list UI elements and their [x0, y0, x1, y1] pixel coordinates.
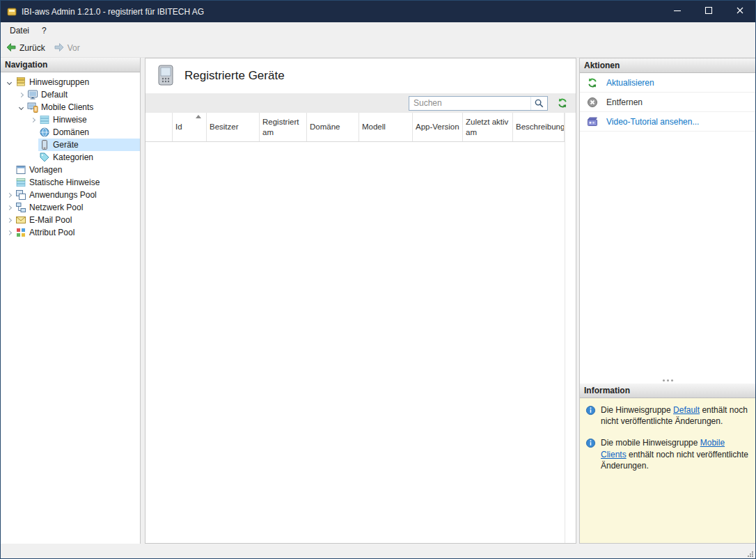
tree-item-statische-hinweise[interactable]: Statische Hinweise [1, 176, 140, 189]
window-controls [661, 1, 755, 22]
main-panel-header: Registrierte Geräte [145, 58, 576, 93]
refresh-icon [587, 77, 598, 88]
tree-item-label: Attribut Pool [29, 228, 74, 237]
tree-item-label: Anwendungs Pool [29, 190, 97, 200]
column-header-label: Id [175, 122, 182, 132]
tree-item-default[interactable]: Default [1, 88, 140, 101]
back-button-label: Zurück [19, 43, 45, 53]
mobile-device-icon [158, 65, 173, 88]
action-aktualisieren[interactable]: Aktualisieren [580, 73, 755, 93]
column-header-label: App-Version [416, 122, 459, 132]
tree-item-label: Geräte [53, 140, 79, 150]
menu-item-datei[interactable]: Datei [3, 23, 36, 38]
close-button[interactable] [724, 1, 755, 22]
attribute-pool-icon [15, 227, 26, 238]
devices-icon [39, 139, 50, 150]
column-header-beschreibung[interactable]: Beschreibung [513, 113, 565, 141]
chevron-right-icon[interactable] [4, 190, 15, 200]
action-label: Aktualisieren [606, 78, 654, 88]
tree-item-label: Netzwerk Pool [29, 203, 83, 212]
chevron-down-icon[interactable] [16, 102, 26, 113]
tree-item-label: Hinweise [53, 115, 87, 125]
network-pool-icon [15, 202, 26, 213]
mobile-clients-icon [27, 102, 38, 113]
column-header-registriert-am[interactable]: Registriert am [260, 113, 307, 141]
minimize-icon [672, 5, 683, 18]
tree-item-domanen[interactable]: Domänen [1, 126, 140, 139]
back-button[interactable]: Zurück [6, 42, 45, 55]
info-link-mobile-clients[interactable]: Mobile Clients [601, 438, 725, 459]
column-header-app-version[interactable]: App-Version [413, 113, 463, 141]
tree-item-anwendungs-pool[interactable]: Anwendungs Pool [1, 189, 140, 201]
tree-item-mobile-clients[interactable]: Mobile Clients [1, 101, 140, 113]
panel-splitter[interactable] [580, 377, 755, 384]
column-header-besitzer[interactable]: Besitzer [207, 113, 260, 141]
chevron-right-icon[interactable] [4, 215, 15, 226]
info-message-text: Die mobile Hinweisgruppe Mobile Clients … [601, 437, 750, 471]
tree-item-label: Kategorien [53, 152, 93, 162]
action-video-tutorial-ansehen[interactable]: Video-Tutorial ansehen... [580, 112, 755, 132]
navigation-header: Navigation [1, 58, 140, 72]
remove-icon [587, 97, 598, 108]
tree-item-attribut-pool[interactable]: Attribut Pool [1, 226, 140, 239]
search-input[interactable] [409, 98, 530, 108]
information-body: Die Hinweisgruppe Default enthält noch n… [580, 398, 755, 543]
tree-item-kategorien[interactable]: Kategorien [1, 151, 140, 164]
column-header-domane[interactable]: Domäne [307, 113, 359, 141]
column-header-id[interactable]: Id [173, 113, 207, 141]
chevron-down-icon[interactable] [4, 77, 15, 88]
chevron-right-icon[interactable] [4, 203, 15, 213]
expander-spacer [4, 178, 15, 188]
navigation-panel: Navigation HinweisgruppenDefaultMobile C… [1, 58, 141, 544]
video-icon [587, 116, 598, 127]
nav-tree: HinweisgruppenDefaultMobile ClientsHinwe… [1, 72, 140, 544]
column-header-modell[interactable]: Modell [359, 113, 413, 141]
actions-header: Aktionen [580, 58, 755, 73]
refresh-icon[interactable] [556, 96, 569, 110]
page-title: Registrierte Geräte [184, 69, 285, 83]
minimize-button[interactable] [661, 1, 693, 22]
info-link-default[interactable]: Default [673, 405, 700, 415]
search-icon[interactable] [530, 97, 547, 110]
maximize-icon [703, 5, 714, 18]
tree-item-label: Statische Hinweise [29, 178, 100, 187]
splitter-dots-icon [667, 379, 669, 381]
chevron-right-icon[interactable] [16, 90, 26, 100]
application-pool-icon [15, 189, 26, 200]
forward-button[interactable]: Vor [54, 42, 80, 55]
action-label: Entfernen [606, 97, 643, 107]
email-pool-icon [15, 214, 26, 226]
menubar: Datei? [1, 22, 755, 39]
grid-rest [565, 113, 576, 543]
info-icon [585, 438, 596, 448]
column-header-label: Beschreibung [516, 122, 565, 132]
tree-item-label: Hinweisgruppen [29, 77, 89, 87]
tree-item-e-mail-pool[interactable]: E-Mail Pool [1, 214, 140, 226]
column-header-zuletzt-aktiv-am[interactable]: Zuletzt aktiv am [463, 113, 513, 141]
window-title: IBI-aws Admin 1.21.0 - registriert für I… [22, 7, 204, 17]
chevron-right-icon[interactable] [28, 115, 38, 125]
tree-item-hinweise[interactable]: Hinweise [1, 113, 140, 126]
column-header-label: Domäne [310, 122, 340, 132]
main-panel: Registrierte Geräte IdBesitzerRegistrier… [145, 58, 576, 544]
categories-icon [39, 152, 50, 163]
forward-arrow-icon [54, 42, 65, 55]
column-header-label: Besitzer [210, 122, 239, 132]
information-header: Information [580, 384, 755, 398]
maximize-button[interactable] [693, 1, 724, 22]
tree-item-label: Vorlagen [29, 165, 62, 175]
tree-item-gerate[interactable]: Geräte [1, 139, 140, 151]
chevron-right-icon[interactable] [4, 228, 15, 238]
tree-item-hinweisgruppen[interactable]: Hinweisgruppen [1, 76, 140, 88]
tree-item-vorlagen[interactable]: Vorlagen [1, 164, 140, 176]
menu-item-help[interactable]: ? [36, 23, 53, 38]
tree-item-label: Default [41, 90, 68, 100]
search-strip [145, 93, 576, 113]
resize-grip[interactable] [747, 550, 754, 557]
hints-icon [39, 114, 50, 125]
main-toolbar: Zurück Vor [1, 39, 755, 58]
tree-item-label: E-Mail Pool [29, 215, 72, 225]
tree-item-netzwerk-pool[interactable]: Netzwerk Pool [1, 201, 140, 214]
action-entfernen[interactable]: Entfernen [580, 93, 755, 112]
grid-body [145, 142, 565, 543]
